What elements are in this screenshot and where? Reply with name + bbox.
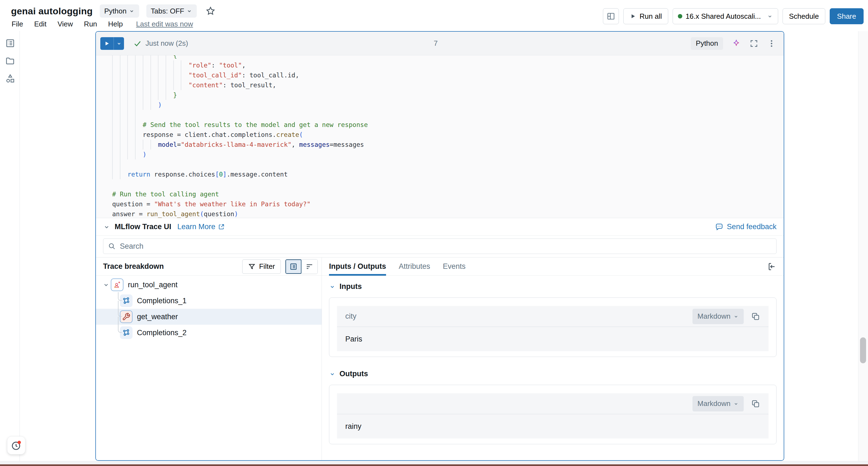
- menu-run[interactable]: Run: [84, 20, 97, 28]
- trace-row-Completions_1[interactable]: Completions_1: [96, 293, 321, 309]
- chevron-down-icon: [129, 8, 135, 14]
- trace-row-label: Completions_2: [137, 329, 187, 337]
- code-line: answer = run_tool_agent(question): [112, 209, 784, 218]
- copy-icon[interactable]: [751, 399, 760, 408]
- filter-label: Filter: [259, 262, 275, 271]
- mlflow-trace-header: MLflow Trace UI Learn More Send feedback: [96, 218, 784, 236]
- toc-icon[interactable]: [5, 38, 16, 48]
- chevron-down-icon: [186, 8, 192, 14]
- layout-button[interactable]: [603, 8, 619, 24]
- io-key-row: city Markdown: [337, 306, 769, 327]
- code-line: question = "What's the weather like in P…: [112, 199, 784, 209]
- tab-attributes[interactable]: Attributes: [399, 258, 430, 275]
- learn-more-link[interactable]: Learn More: [178, 223, 225, 231]
- tabs-selector[interactable]: Tabs: OFF: [146, 4, 197, 18]
- shapes-icon[interactable]: [5, 73, 16, 84]
- star-icon[interactable]: [206, 6, 216, 16]
- tree-connector: [118, 324, 122, 333]
- menu-file[interactable]: File: [11, 20, 23, 28]
- search-input[interactable]: [120, 242, 772, 251]
- tree-connector: [118, 292, 122, 301]
- chevron-down-icon: [116, 41, 122, 46]
- code-line: response = client.chat.completions.creat…: [112, 130, 784, 140]
- schedule-label: Schedule: [789, 12, 819, 21]
- trace-row-get_weather[interactable]: get_weather: [96, 309, 321, 325]
- section-title: Inputs: [340, 282, 362, 291]
- send-feedback-link[interactable]: Send feedback: [715, 223, 776, 231]
- trace-breakdown-panel: Trace breakdown Filter: [96, 258, 322, 460]
- run-cell-button[interactable]: [100, 37, 114, 50]
- code-line: [112, 110, 784, 120]
- chevron-down-icon[interactable]: [103, 223, 110, 231]
- chevron-down-icon[interactable]: [101, 281, 111, 288]
- io-card: city Markdown Paris: [329, 297, 776, 357]
- menu-edit[interactable]: Edit: [34, 20, 46, 28]
- scrollbar-thumb[interactable]: [860, 337, 866, 363]
- play-icon: [630, 13, 636, 20]
- run-all-button[interactable]: Run all: [623, 8, 668, 24]
- collapse-panel-icon[interactable]: [767, 262, 776, 271]
- trace-row-run_tool_agent[interactable]: run_tool_agent: [96, 277, 321, 293]
- trace-row-Completions_2[interactable]: Completions_2: [96, 325, 321, 341]
- sparkle-icon[interactable]: [732, 39, 741, 48]
- code-line: "content": tool_result,: [112, 80, 784, 90]
- copy-icon[interactable]: [751, 312, 760, 321]
- kebab-icon[interactable]: [767, 39, 776, 48]
- tree-connector: [118, 308, 122, 317]
- cell-number: 7: [434, 39, 438, 48]
- history-clock-icon: [11, 440, 22, 451]
- menu-bar: FileEditViewRunHelp Last edit was now: [11, 20, 193, 28]
- trace-row-label: run_tool_agent: [128, 281, 178, 289]
- learn-more-label: Learn More: [178, 223, 216, 231]
- scrollbar-track[interactable]: [858, 31, 868, 461]
- code-line: [112, 179, 784, 189]
- bottom-strip: [0, 461, 868, 464]
- menu-help[interactable]: Help: [108, 20, 123, 28]
- code-line: ): [112, 149, 784, 160]
- io-value-row: Paris: [337, 327, 769, 351]
- list-view-toggle[interactable]: [285, 260, 302, 274]
- trace-breakdown-header: Trace breakdown Filter: [96, 258, 321, 276]
- last-edit-link[interactable]: Last edit was now: [136, 20, 193, 28]
- section-header[interactable]: Inputs: [329, 282, 776, 291]
- cluster-status-dot: [678, 14, 682, 19]
- chevron-down-icon: [733, 314, 739, 319]
- format-dropdown[interactable]: Markdown: [692, 396, 744, 411]
- language-selector-label: Python: [104, 7, 126, 15]
- schedule-button[interactable]: Schedule: [782, 8, 825, 24]
- side-rail: [1, 31, 20, 461]
- search-box[interactable]: [103, 238, 776, 254]
- tab-events[interactable]: Events: [443, 258, 466, 275]
- trace-row-label: Completions_1: [137, 297, 187, 305]
- cluster-label: 16.x Shared Autoscali...: [686, 12, 761, 21]
- external-link-icon: [218, 223, 225, 231]
- cluster-selector[interactable]: 16.x Shared Autoscali...: [673, 8, 778, 24]
- chevron-down-icon: [329, 284, 336, 290]
- agent-icon: [111, 278, 123, 291]
- code-line: ): [112, 100, 784, 110]
- details-body: Inputs city Markdown Paris Outputs: [322, 276, 784, 460]
- history-clock-button[interactable]: [7, 436, 25, 455]
- span-details-panel: Inputs / OutputsAttributesEvents Inputs …: [322, 258, 784, 460]
- io-value-row: rainy: [337, 414, 769, 438]
- expand-icon[interactable]: [749, 39, 758, 48]
- io-key-row: Markdown: [337, 393, 769, 414]
- gantt-view-toggle[interactable]: [302, 260, 317, 274]
- share-button[interactable]: Share: [830, 8, 864, 24]
- code-editor[interactable]: {"role": "tool","tool_call_id": tool_cal…: [96, 55, 784, 218]
- section-header[interactable]: Outputs: [329, 370, 776, 378]
- language-selector[interactable]: Python: [100, 4, 139, 18]
- folder-icon[interactable]: [5, 56, 16, 66]
- run-options-button[interactable]: [114, 37, 124, 50]
- menu-view[interactable]: View: [58, 20, 73, 28]
- trace-breakdown-title: Trace breakdown: [103, 262, 164, 271]
- details-tabs: Inputs / OutputsAttributesEvents: [329, 258, 466, 275]
- filter-button[interactable]: Filter: [242, 260, 281, 274]
- code-line: }: [112, 90, 784, 100]
- bottom-bar: [0, 464, 868, 466]
- cell-language-badge[interactable]: Python: [691, 37, 723, 50]
- code-line: # Send the tool results to the model and…: [112, 120, 784, 130]
- code-line: return response.choices[0].message.conte…: [112, 169, 784, 179]
- format-dropdown[interactable]: Markdown: [692, 309, 744, 324]
- tab-inputs-outputs[interactable]: Inputs / Outputs: [329, 258, 386, 275]
